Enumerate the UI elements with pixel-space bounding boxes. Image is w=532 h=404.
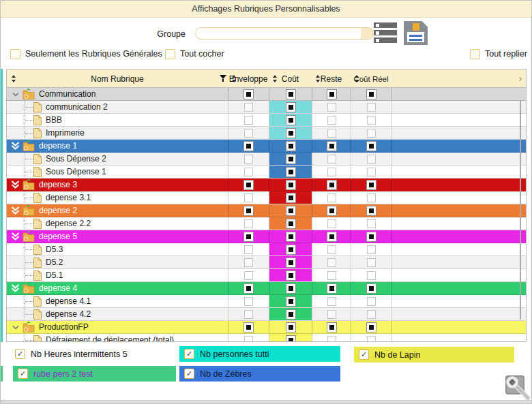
checkbox-enveloppe[interactable]	[243, 141, 254, 151]
table-row[interactable]: Communication	[7, 88, 526, 101]
table-row[interactable]: D5.2	[7, 256, 526, 269]
checkbox-enveloppe[interactable]	[244, 310, 253, 319]
checkbox-enveloppe[interactable]	[244, 336, 253, 343]
double-chevron-down-icon[interactable]	[10, 206, 20, 215]
column-header-cout[interactable]: Coût	[269, 69, 312, 88]
table-row[interactable]: D5.1	[7, 269, 526, 282]
checkbox-cout[interactable]	[286, 102, 296, 112]
checkbox-cout-reel[interactable]	[367, 310, 376, 319]
checkbox-cout[interactable]	[286, 193, 296, 203]
checkbox-enveloppe[interactable]	[243, 232, 254, 242]
checkbox-cout-reel[interactable]	[366, 322, 376, 332]
column-header-reste[interactable]: Reste	[312, 69, 351, 88]
checkbox-enveloppe[interactable]	[243, 180, 254, 190]
checkbox-cout-reel[interactable]	[367, 116, 376, 125]
checkbox-cout-reel[interactable]	[366, 89, 376, 99]
table-row[interactable]: ProductionFP	[7, 321, 526, 334]
collapse-all-checkbox[interactable]	[470, 49, 480, 59]
legend-checkbox[interactable]: ✓	[184, 349, 194, 359]
checkbox-enveloppe[interactable]	[244, 116, 253, 125]
table-row[interactable]: depense 4.2	[7, 308, 526, 321]
save-button[interactable]	[404, 21, 428, 45]
checkbox-reste[interactable]	[327, 258, 336, 267]
checkbox-enveloppe[interactable]	[243, 283, 254, 294]
table-row[interactable]: depense 5	[7, 230, 526, 243]
table-row[interactable]: D5.3	[7, 243, 526, 256]
checkbox-cout-reel[interactable]	[366, 180, 376, 190]
checkbox-cout[interactable]	[286, 335, 296, 343]
checkbox-enveloppe[interactable]	[244, 155, 253, 164]
checkbox-cout[interactable]	[286, 154, 296, 164]
table-row[interactable]: depense 3	[7, 178, 526, 191]
checkbox-cout-reel[interactable]	[366, 232, 376, 242]
checkbox-cout-reel[interactable]	[367, 245, 376, 254]
double-chevron-down-icon[interactable]	[10, 181, 20, 189]
checkbox-cout[interactable]	[286, 89, 296, 99]
checkbox-cout[interactable]	[286, 180, 296, 190]
checkbox-enveloppe[interactable]	[244, 219, 253, 228]
table-row[interactable]: depense 4	[7, 282, 526, 295]
checkbox-cout[interactable]	[286, 258, 296, 268]
checkbox-cout-reel[interactable]	[367, 336, 376, 343]
checkbox-cout-reel[interactable]	[367, 258, 376, 267]
chevron-down-icon[interactable]	[11, 92, 20, 97]
checkbox-cout[interactable]	[286, 270, 296, 281]
checkbox-cout[interactable]	[286, 283, 296, 294]
checkbox-cout[interactable]	[286, 128, 296, 138]
check-all-checkbox[interactable]	[165, 49, 175, 59]
column-header-cout-reel[interactable]: Coût Réel	[351, 69, 391, 88]
checkbox-cout[interactable]	[286, 167, 296, 177]
checkbox-enveloppe[interactable]	[244, 245, 253, 254]
filter-funnel-icon[interactable]	[220, 75, 226, 82]
table-row[interactable]: Sous Dépense 1	[7, 166, 526, 178]
checkbox-reste[interactable]	[327, 206, 337, 216]
checkbox-reste[interactable]	[327, 103, 336, 112]
table-row[interactable]: depense 2	[7, 204, 526, 217]
checkbox-enveloppe[interactable]	[244, 168, 253, 176]
checkbox-enveloppe[interactable]	[244, 129, 253, 138]
double-chevron-down-icon[interactable]	[10, 232, 20, 240]
list-button[interactable]	[374, 22, 397, 43]
legend-checkbox[interactable]: ✓	[18, 369, 28, 379]
checkbox-cout-reel[interactable]	[367, 129, 376, 138]
checkbox-enveloppe[interactable]	[244, 193, 253, 202]
checkbox-reste[interactable]	[327, 129, 336, 138]
checkbox-reste[interactable]	[327, 271, 336, 280]
checkbox-enveloppe[interactable]	[244, 103, 253, 112]
checkbox-reste[interactable]	[327, 155, 336, 164]
checkbox-reste[interactable]	[327, 310, 336, 319]
checkbox-reste[interactable]	[327, 219, 336, 228]
table-row[interactable]: depense 1	[7, 140, 526, 153]
legend-checkbox[interactable]: ✓	[15, 349, 25, 359]
checkbox-reste[interactable]	[327, 116, 336, 125]
checkbox-reste[interactable]	[327, 168, 336, 176]
checkbox-cout[interactable]	[286, 206, 296, 216]
table-row[interactable]: Sous Dépense 2	[7, 153, 526, 166]
checkbox-cout-reel[interactable]	[366, 283, 376, 294]
checkbox-cout-reel[interactable]	[367, 271, 376, 280]
expand-panel-chevron[interactable]: ›	[516, 72, 525, 84]
checkbox-cout-reel[interactable]	[367, 193, 376, 202]
checkbox-enveloppe[interactable]	[243, 322, 254, 332]
checkbox-cout-reel[interactable]	[367, 297, 376, 306]
checkbox-enveloppe[interactable]	[243, 89, 254, 99]
checkbox-cout[interactable]	[286, 245, 296, 255]
checkbox-cout[interactable]	[286, 232, 296, 242]
checkbox-reste[interactable]	[327, 232, 337, 242]
checkbox-cout-reel[interactable]	[367, 103, 376, 112]
table-row[interactable]: BBB	[7, 114, 526, 127]
chevron-down-icon[interactable]	[11, 325, 20, 330]
checkbox-cout[interactable]	[286, 309, 296, 320]
checkbox-reste[interactable]	[327, 322, 337, 332]
table-row[interactable]: depense 4.1	[7, 295, 526, 308]
table-row[interactable]: depense 3.1	[7, 191, 526, 204]
legend-checkbox[interactable]: ✓	[184, 369, 194, 379]
legend-checkbox[interactable]: ✓	[359, 349, 369, 360]
double-chevron-down-icon[interactable]	[10, 284, 20, 292]
checkbox-reste[interactable]	[327, 336, 336, 343]
checkbox-cout-reel[interactable]	[367, 219, 376, 228]
column-header-nom-rubrique[interactable]: Nom Rubrique	[7, 69, 228, 88]
table-row[interactable]: Imprimerie	[7, 127, 526, 140]
checkbox-reste[interactable]	[327, 245, 336, 254]
checkbox-enveloppe[interactable]	[243, 206, 254, 216]
